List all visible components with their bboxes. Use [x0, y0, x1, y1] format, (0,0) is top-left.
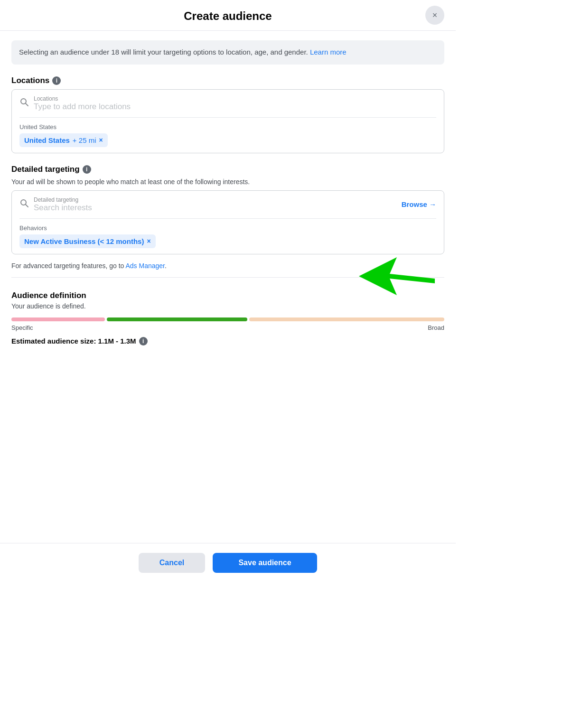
detailed-targeting-section: Detailed targeting i Your ad will be sho…	[11, 165, 444, 278]
locations-title: Locations	[11, 76, 49, 85]
locations-search-labels: Locations Type to add more locations	[34, 95, 131, 112]
locations-chip: United States + 25 mi ×	[19, 133, 108, 147]
audience-definition-subtitle: Your audience is defined.	[11, 302, 444, 310]
learn-more-link[interactable]: Learn more	[310, 48, 347, 56]
modal-header: Create audience ×	[0, 0, 456, 31]
progress-segment-specific	[11, 317, 105, 321]
modal-footer: Cancel Save audience	[0, 543, 456, 582]
chip-country: United States	[24, 136, 70, 144]
chip-remove-location[interactable]: ×	[99, 137, 103, 143]
locations-section-header: Locations i	[11, 76, 444, 85]
audience-definition-section: Audience definition Your audience is def…	[11, 291, 444, 345]
locations-search-row: Locations Type to add more locations	[19, 95, 436, 118]
detailed-targeting-search-row: Detailed targeting Search interests Brow…	[19, 196, 436, 219]
locations-info-icon[interactable]: i	[52, 76, 61, 85]
ads-manager-link[interactable]: Ads Manager	[126, 262, 165, 270]
detailed-targeting-search-icon	[19, 198, 29, 210]
progress-labels: Specific Broad	[11, 324, 444, 331]
locations-input-box: Locations Type to add more locations Uni…	[11, 89, 444, 153]
progress-segment-mid	[107, 317, 247, 321]
modal-body: Selecting an audience under 18 will limi…	[0, 31, 456, 543]
locations-section: Locations i Locations Type to add more l…	[11, 76, 444, 153]
estimated-size-info-icon[interactable]: i	[139, 337, 148, 345]
label-broad: Broad	[428, 324, 444, 331]
audience-definition-title: Audience definition	[11, 291, 444, 300]
close-button[interactable]: ×	[425, 6, 444, 25]
advanced-note-suffix: .	[165, 262, 167, 270]
behaviors-chip: New Active Business (< 12 months) ×	[19, 234, 156, 248]
chip-behavior-text: New Active Business (< 12 months)	[24, 237, 144, 245]
audience-size-progress-bar	[11, 317, 444, 321]
behaviors-sub-label: Behaviors	[19, 224, 436, 232]
detailed-targeting-title: Detailed targeting	[11, 165, 80, 174]
svg-line-1	[26, 103, 28, 106]
chip-radius: + 25 mi	[73, 136, 96, 144]
estimated-audience-size: Estimated audience size: 1.1M - 1.3M i	[11, 337, 444, 345]
progress-segment-broad	[249, 317, 444, 321]
locations-sub-label: United States	[19, 123, 436, 131]
chip-remove-behavior[interactable]: ×	[147, 238, 150, 244]
advanced-note-prefix: For advanced targeting features, go to	[11, 262, 126, 270]
detailed-targeting-subtitle: Your ad will be shown to people who matc…	[11, 178, 444, 186]
locations-search-icon	[19, 97, 29, 109]
estimated-size-text: Estimated audience size: 1.1M - 1.3M	[11, 337, 136, 345]
label-specific: Specific	[11, 324, 33, 331]
advanced-note: For advanced targeting features, go to A…	[11, 262, 444, 278]
locations-search-placeholder: Type to add more locations	[34, 102, 131, 112]
cancel-button[interactable]: Cancel	[139, 553, 205, 573]
detailed-targeting-header: Detailed targeting i	[11, 165, 444, 174]
detailed-targeting-search-placeholder: Search interests	[34, 203, 92, 213]
svg-line-3	[26, 205, 28, 207]
advanced-note-wrap: For advanced targeting features, go to A…	[11, 262, 444, 278]
detailed-targeting-info-icon[interactable]: i	[83, 165, 91, 174]
browse-link[interactable]: Browse →	[402, 200, 436, 208]
detailed-targeting-search-label: Detailed targeting	[34, 196, 92, 203]
save-audience-button[interactable]: Save audience	[213, 553, 317, 573]
detailed-targeting-input-box: Detailed targeting Search interests Brow…	[11, 190, 444, 254]
detailed-targeting-search-labels: Detailed targeting Search interests	[34, 196, 92, 213]
create-audience-modal: Create audience × Selecting an audience …	[0, 0, 456, 582]
locations-search-label: Locations	[34, 95, 131, 102]
modal-title: Create audience	[184, 9, 272, 23]
info-banner-text: Selecting an audience under 18 will limi…	[19, 48, 308, 56]
info-banner: Selecting an audience under 18 will limi…	[11, 40, 444, 65]
